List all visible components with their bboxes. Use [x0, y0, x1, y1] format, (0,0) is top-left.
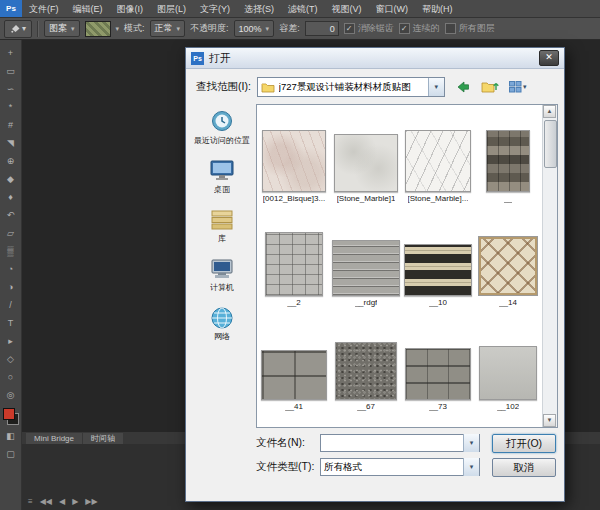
menu-item-window[interactable]: 窗口(W)	[369, 0, 416, 17]
menu-item-view[interactable]: 视图(V)	[325, 0, 369, 17]
opacity-dropdown[interactable]: 100% ▾	[234, 20, 275, 37]
file-item[interactable]: __73	[403, 321, 473, 413]
pattern-swatch[interactable]	[85, 21, 111, 37]
tool-history-brush[interactable]: ↶	[3, 207, 19, 222]
tab-timeline[interactable]: 时间轴	[83, 433, 123, 444]
tool-brush[interactable]: ◆	[3, 171, 19, 186]
file-name-label: [Stone_Marble]...	[408, 194, 469, 205]
look-in-dropdown[interactable]: j727景观设计铺装材料材质贴图 ▾	[257, 77, 445, 97]
file-type-combo[interactable]: 所有格式 ▾	[320, 458, 480, 476]
go-to-first-frame-button[interactable]: ◀◀	[40, 496, 52, 508]
menu-item-file[interactable]: 文件(F)	[22, 0, 66, 17]
file-item[interactable]: __2	[259, 217, 329, 309]
scrollbar-thumb[interactable]	[544, 120, 557, 168]
close-button[interactable]: ✕	[539, 50, 559, 66]
tool-dodge[interactable]: ◑	[3, 279, 19, 294]
file-item[interactable]: __14	[473, 217, 543, 309]
file-type-arrow-button[interactable]: ▾	[463, 458, 479, 476]
tool-blur[interactable]: ◔	[3, 261, 19, 276]
file-item[interactable]: __102	[473, 321, 543, 413]
tool-pen[interactable]: /	[3, 297, 19, 312]
open-button[interactable]: 打开(O)	[492, 434, 556, 453]
file-name-label: [0012_Bisque]3...	[263, 194, 325, 205]
tool-eraser[interactable]: ▱	[3, 225, 19, 240]
menu-item-filter[interactable]: 滤镜(T)	[281, 0, 325, 17]
menu-item-type[interactable]: 文字(Y)	[193, 0, 237, 17]
previous-frame-button[interactable]: ◀	[59, 496, 65, 508]
tool-type[interactable]: T	[3, 315, 19, 330]
menu-item-layer[interactable]: 图层(L)	[150, 0, 193, 17]
tab-mini-bridge[interactable]: Mini Bridge	[26, 433, 82, 444]
tool-screen-mode[interactable]: ▢	[3, 446, 19, 461]
fill-source-dropdown[interactable]: 图案 ▾	[44, 20, 80, 37]
blend-mode-dropdown[interactable]: 正常 ▾	[150, 20, 186, 37]
menu-item-image[interactable]: 图像(I)	[110, 0, 151, 17]
view-menu-button[interactable]: ▾	[507, 77, 529, 97]
menu-item-edit[interactable]: 编辑(E)	[66, 0, 110, 17]
foreground-color-swatch[interactable]	[3, 408, 15, 420]
place-desktop[interactable]: 桌面	[192, 159, 252, 195]
tool-healing-brush[interactable]: ⊕	[3, 153, 19, 168]
pattern-picker-arrow-icon[interactable]: ▾	[116, 25, 120, 33]
file-name-arrow-button[interactable]: ▾	[463, 434, 479, 452]
tool-lasso[interactable]: ∽	[3, 81, 19, 96]
color-swatches[interactable]	[3, 408, 19, 425]
tool-move[interactable]: +	[3, 45, 19, 60]
separator	[37, 21, 39, 37]
ps-mini-icon: Ps	[191, 52, 204, 65]
file-item[interactable]: __67	[331, 321, 401, 413]
file-item[interactable]: [0012_Bisque]3...	[259, 113, 329, 205]
file-name-combo[interactable]: ▾	[320, 434, 480, 452]
contiguous-checkbox[interactable]: ✓ 连续的	[399, 22, 440, 35]
tool-crop[interactable]: #	[3, 117, 19, 132]
menu-item-help[interactable]: 帮助(H)	[415, 0, 460, 17]
file-thumbnail	[335, 342, 397, 400]
vertical-scrollbar[interactable]: ▲ ▼	[542, 105, 557, 427]
file-item[interactable]: [Stone_Marble]1	[331, 113, 401, 205]
antialias-checkbox[interactable]: ✓ 消除锯齿	[344, 22, 394, 35]
scroll-down-button[interactable]: ▼	[543, 414, 556, 427]
place-network[interactable]: 网络	[192, 306, 252, 342]
file-name-label: __14	[499, 298, 517, 309]
paint-bucket-icon	[10, 24, 20, 34]
tool-preset-picker[interactable]: ▾	[4, 20, 32, 38]
file-name-input[interactable]	[321, 435, 463, 451]
timeline-menu-icon[interactable]: ≡	[28, 496, 33, 508]
tool-gradient[interactable]: ▒	[3, 243, 19, 258]
scroll-up-button[interactable]: ▲	[543, 105, 556, 118]
menu-item-select[interactable]: 选择(S)	[237, 0, 281, 17]
chevron-down-icon: ▾	[71, 25, 75, 33]
file-item[interactable]: __41	[259, 321, 329, 413]
file-item[interactable]: [Stone_Marble]...	[403, 113, 473, 205]
file-type-label: 文件类型(T):	[256, 460, 320, 474]
place-libraries[interactable]: 库	[192, 208, 252, 244]
up-one-level-button[interactable]	[479, 77, 501, 97]
recent-places-icon	[208, 108, 236, 134]
tool-marquee[interactable]: ▭	[3, 63, 19, 78]
file-item[interactable]: __10	[403, 217, 473, 309]
blend-mode-value: 正常	[155, 22, 173, 35]
all-layers-checkbox[interactable]: 所有图层	[445, 22, 495, 35]
tool-zoom[interactable]: ◎	[3, 387, 19, 402]
tolerance-input[interactable]: 0	[305, 21, 339, 36]
contiguous-label: 连续的	[413, 22, 440, 35]
tool-hand[interactable]: ○	[3, 369, 19, 384]
place-computer[interactable]: 计算机	[192, 257, 252, 293]
look-in-arrow-button[interactable]: ▾	[428, 78, 444, 96]
file-item[interactable]: __rdgf	[331, 217, 401, 309]
dialog-title-bar[interactable]: Ps 打开 ✕	[186, 48, 564, 69]
tool-quick-mask[interactable]: ◧	[3, 428, 19, 443]
place-recent[interactable]: 最近访问的位置	[192, 108, 252, 146]
tool-shape[interactable]: ◇	[3, 351, 19, 366]
play-button[interactable]: ▶	[72, 496, 78, 508]
tool-path-selection[interactable]: ▸	[3, 333, 19, 348]
cancel-button[interactable]: 取消	[492, 458, 556, 477]
file-item[interactable]: __	[473, 113, 543, 205]
next-frame-button[interactable]: ▶▶	[85, 496, 97, 508]
tool-eyedropper[interactable]: ◥	[3, 135, 19, 150]
tool-clone-stamp[interactable]: ♦	[3, 189, 19, 204]
tool-magic-wand[interactable]: *	[3, 99, 19, 114]
file-type-value: 所有格式	[321, 461, 463, 474]
file-name-label: __67	[357, 402, 375, 413]
back-button[interactable]	[451, 77, 473, 97]
